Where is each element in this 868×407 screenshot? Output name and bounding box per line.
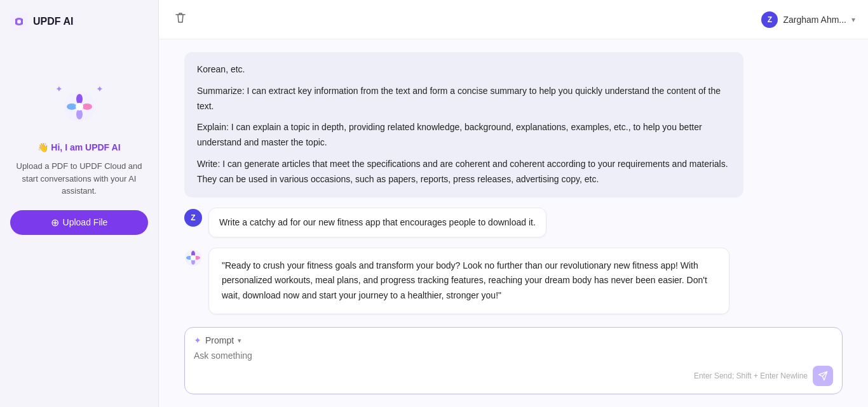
input-footer: Enter Send; Shift + Enter Newline xyxy=(194,366,833,386)
svg-point-7 xyxy=(76,103,83,110)
send-icon xyxy=(818,371,828,381)
brand-name: UPDF AI xyxy=(85,142,120,152)
ai-response-content: "Ready to crush your fitness goals and t… xyxy=(208,248,729,319)
sidebar-logo: UPDF AI xyxy=(10,13,73,30)
delete-conversation-button[interactable] xyxy=(172,9,189,30)
ai-intro-line3: Explain: I can explain a topic in depth,… xyxy=(197,120,731,150)
ai-intro-message: Korean, etc. Summarize: I can extract ke… xyxy=(184,52,743,197)
sidebar-description: Upload a PDF to UPDF Cloud and start con… xyxy=(10,160,148,197)
user-message-avatar: Z xyxy=(184,209,202,227)
upload-button-label: Upload File xyxy=(63,217,108,227)
prompt-chevron-icon[interactable]: ▾ xyxy=(238,337,241,345)
svg-point-4 xyxy=(76,109,83,119)
input-area: ✦ Prompt ▾ Enter Send; Shift + Enter New… xyxy=(159,319,868,407)
ai-response-text: "Ready to crush your fitness goals and t… xyxy=(208,248,729,314)
trash-icon xyxy=(174,11,187,24)
ai-response-avatar xyxy=(184,249,202,267)
greeting-text: 👋 Hi, I am UPDF AI xyxy=(37,142,120,152)
chevron-down-icon: ▾ xyxy=(851,15,855,24)
updf-logo-icon xyxy=(10,13,28,30)
prompt-label[interactable]: Prompt xyxy=(205,335,234,345)
mascot-icon-wrapper: ✦ ✦ xyxy=(54,84,105,135)
input-box: ✦ Prompt ▾ Enter Send; Shift + Enter New… xyxy=(184,327,843,394)
chat-input[interactable] xyxy=(194,350,833,361)
chat-messages: Korean, etc. Summarize: I can extract ke… xyxy=(159,39,868,319)
header: Z Zargham Ahm... ▾ xyxy=(159,0,868,39)
user-menu[interactable]: Z Zargham Ahm... ▾ xyxy=(761,11,855,28)
main-panel: Z Zargham Ahm... ▾ Korean, etc. Summariz… xyxy=(159,0,868,407)
upload-file-button[interactable]: ⊕ Upload File xyxy=(10,210,148,235)
svg-point-1 xyxy=(17,20,21,23)
svg-point-13 xyxy=(191,255,196,260)
prompt-sparkle-icon: ✦ xyxy=(194,335,201,345)
mascot-area: ✦ ✦ 👋 Hi, I am UPDF AI Up xyxy=(10,84,148,235)
ai-intro-line1: Korean, etc. xyxy=(197,62,731,77)
user-message-bubble: Write a catchy ad for our new fitness ap… xyxy=(208,208,546,237)
send-button[interactable] xyxy=(813,366,833,386)
ai-intro-line4: Write: I can generate articles that meet… xyxy=(197,157,731,187)
svg-point-3 xyxy=(76,94,83,104)
sparkle-icon-tl: ✦ xyxy=(55,84,63,94)
user-avatar: Z xyxy=(761,11,778,28)
mascot-main-icon xyxy=(63,90,96,129)
svg-point-5 xyxy=(67,103,77,110)
upload-icon: ⊕ xyxy=(51,217,59,229)
ai-response-row: "Ready to crush your fitness goals and t… xyxy=(184,248,729,319)
sparkle-icon-tr: ✦ xyxy=(96,84,104,94)
sidebar: UPDF AI ✦ ✦ 👋 Hi xyxy=(0,0,159,407)
greeting-emoji: 👋 xyxy=(37,142,48,152)
ai-intro-line2: Summarize: I can extract key information… xyxy=(197,84,731,114)
user-name: Zargham Ahm... xyxy=(783,15,846,25)
user-message-row: Z Write a catchy ad for our new fitness … xyxy=(184,208,546,237)
input-toolbar: ✦ Prompt ▾ xyxy=(194,335,833,345)
svg-point-6 xyxy=(82,103,92,110)
input-hint: Enter Send; Shift + Enter Newline xyxy=(694,371,808,380)
app-title: UPDF AI xyxy=(33,16,73,27)
